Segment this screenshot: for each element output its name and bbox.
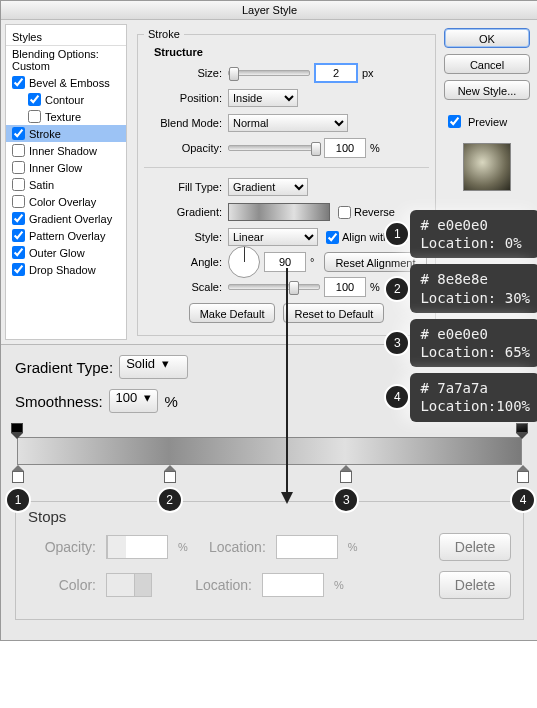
gradient-tip: 1# e0e0e0Location: 0% <box>410 210 537 258</box>
style-label: Inner Shadow <box>29 145 97 157</box>
style-checkbox[interactable] <box>12 161 25 174</box>
color-stop-number: 3 <box>333 487 359 513</box>
style-row-bevel-emboss[interactable]: Bevel & Emboss <box>6 74 126 91</box>
style-label: Drop Shadow <box>29 264 96 276</box>
style-checkbox[interactable] <box>12 178 25 191</box>
angle-input[interactable] <box>264 252 306 272</box>
style-row-drop-shadow[interactable]: Drop Shadow <box>6 261 126 278</box>
gradient-preview-bar[interactable] <box>17 437 522 465</box>
stop-color-swatch[interactable] <box>106 573 152 597</box>
window-titlebar: Layer Style <box>1 1 537 20</box>
delete-color-stop-button[interactable]: Delete <box>439 571 511 599</box>
stop-location2-input[interactable] <box>262 573 324 597</box>
style-row-gradient-overlay[interactable]: Gradient Overlay <box>6 210 126 227</box>
reverse-checkbox[interactable] <box>338 206 351 219</box>
blend-mode-select[interactable]: Normal <box>228 114 348 132</box>
stop-location2-label: Location: <box>184 577 252 593</box>
gradient-swatch[interactable] <box>228 203 330 221</box>
position-select[interactable]: Inside <box>228 89 298 107</box>
style-label: Contour <box>45 94 84 106</box>
style-select[interactable]: Linear <box>228 228 318 246</box>
gradient-type-select[interactable]: Solid ▾ <box>119 355 188 379</box>
style-checkbox[interactable] <box>12 263 25 276</box>
color-stop[interactable]: 2 <box>157 465 183 513</box>
scale-slider[interactable] <box>228 284 320 290</box>
style-row-inner-glow[interactable]: Inner Glow <box>6 159 126 176</box>
filltype-select[interactable]: Gradient <box>228 178 308 196</box>
style-checkbox[interactable] <box>12 127 25 140</box>
style-label: Bevel & Emboss <box>29 77 110 89</box>
ok-button[interactable]: OK <box>444 28 530 48</box>
style-row-stroke[interactable]: Stroke <box>6 125 126 142</box>
opacity-input[interactable] <box>324 138 366 158</box>
stop-color-label: Color: <box>28 577 96 593</box>
style-row-color-overlay[interactable]: Color Overlay <box>6 193 126 210</box>
delete-opacity-stop-button[interactable]: Delete <box>439 533 511 561</box>
style-row-inner-shadow[interactable]: Inner Shadow <box>6 142 126 159</box>
style-checkbox[interactable] <box>12 76 25 89</box>
style-row-texture[interactable]: Texture <box>6 108 126 125</box>
tip-hex: # e0e0e0 <box>420 216 530 234</box>
angle-unit: ° <box>310 256 314 268</box>
gradient-type-label: Gradient Type: <box>15 359 113 376</box>
stop-opacity-unit: % <box>178 541 188 553</box>
tip-number: 2 <box>384 276 410 302</box>
gradient-tooltips: 1# e0e0e0Location: 0%2# 8e8e8eLocation: … <box>410 210 537 422</box>
stop-location1-input[interactable] <box>276 535 338 559</box>
style-label: Satin <box>29 179 54 191</box>
cancel-button[interactable]: Cancel <box>444 54 530 74</box>
gradient-tip: 4# 7a7a7aLocation:100% <box>410 373 537 421</box>
filltype-label: Fill Type: <box>144 181 222 193</box>
tip-number: 1 <box>384 221 410 247</box>
tip-loc: Location: 65% <box>420 343 530 361</box>
scale-unit: % <box>370 281 380 293</box>
styles-list: Styles Blending Options: Custom Bevel & … <box>5 24 127 340</box>
stop-opacity-input[interactable] <box>106 535 168 559</box>
stop-location2-unit: % <box>334 579 344 591</box>
opacity-unit: % <box>370 142 380 154</box>
style-row-satin[interactable]: Satin <box>6 176 126 193</box>
style-checkbox[interactable] <box>28 93 41 106</box>
style-row-pattern-overlay[interactable]: Pattern Overlay <box>6 227 126 244</box>
new-style-button[interactable]: New Style... <box>444 80 530 100</box>
style-label: Style: <box>144 231 222 243</box>
style-row-contour[interactable]: Contour <box>6 91 126 108</box>
style-checkbox[interactable] <box>28 110 41 123</box>
color-stop-number: 1 <box>5 487 31 513</box>
size-input[interactable] <box>314 63 358 83</box>
make-default-button[interactable]: Make Default <box>189 303 276 323</box>
style-checkbox[interactable] <box>12 212 25 225</box>
color-stop[interactable]: 3 <box>333 465 359 513</box>
color-stop[interactable]: 1 <box>5 465 31 513</box>
preview-label: Preview <box>468 116 507 128</box>
tip-hex: # 8e8e8e <box>420 270 530 288</box>
style-checkbox[interactable] <box>12 229 25 242</box>
preview-swatch <box>463 143 511 191</box>
size-unit: px <box>362 67 374 79</box>
color-stop[interactable]: 4 <box>510 465 536 513</box>
opacity-stop[interactable] <box>11 423 23 439</box>
structure-label: Structure <box>154 46 429 58</box>
scale-input[interactable] <box>324 277 366 297</box>
angle-label: Angle: <box>144 256 222 268</box>
stops-label: Stops <box>26 508 68 525</box>
smoothness-input[interactable]: 100 ▾ <box>109 389 159 413</box>
color-stop-number: 4 <box>510 487 536 513</box>
align-checkbox[interactable] <box>326 231 339 244</box>
reset-to-default-button[interactable]: Reset to Default <box>283 303 384 323</box>
style-row-outer-glow[interactable]: Outer Glow <box>6 244 126 261</box>
style-checkbox[interactable] <box>12 195 25 208</box>
opacity-slider[interactable] <box>228 145 320 151</box>
opacity-stop[interactable] <box>516 423 528 439</box>
style-label: Stroke <box>29 128 61 140</box>
tip-number: 4 <box>384 384 410 410</box>
style-checkbox[interactable] <box>12 246 25 259</box>
size-slider[interactable] <box>228 70 310 76</box>
layer-style-window: Layer Style Styles Blending Options: Cus… <box>0 0 537 641</box>
style-checkbox[interactable] <box>12 144 25 157</box>
preview-checkbox[interactable] <box>448 115 461 128</box>
angle-dial[interactable] <box>228 246 260 278</box>
styles-header[interactable]: Styles <box>6 29 126 46</box>
style-label: Color Overlay <box>29 196 96 208</box>
blending-options-row[interactable]: Blending Options: Custom <box>6 46 126 74</box>
